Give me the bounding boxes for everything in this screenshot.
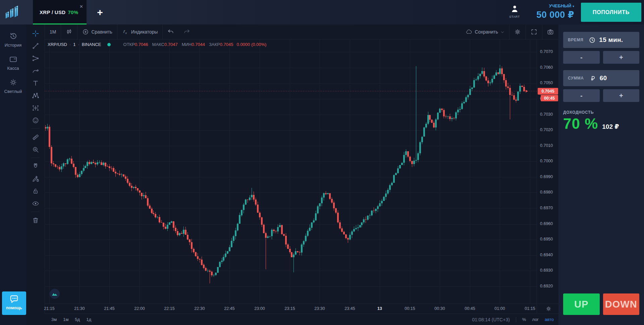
close-value: 0.7045 xyxy=(220,42,233,47)
ruler-icon xyxy=(32,133,39,141)
range-1m-button[interactable]: 1м xyxy=(63,317,68,322)
legend-exchange: BINANCE xyxy=(82,42,101,47)
time-axis[interactable]: 21:1521:3021:4522:0022:1522:3022:4523:00… xyxy=(45,304,558,314)
add-tab-button[interactable]: + xyxy=(93,0,107,24)
range-1d-button[interactable]: 1д xyxy=(86,317,91,322)
user-label: START xyxy=(506,15,523,18)
undo-button[interactable] xyxy=(163,24,179,40)
tool-lock[interactable] xyxy=(26,185,45,197)
watermark-button[interactable] xyxy=(50,289,60,299)
clock-icon xyxy=(589,37,596,44)
app-logo[interactable] xyxy=(4,4,21,20)
tool-trend-line[interactable] xyxy=(26,40,45,52)
tool-forecast[interactable] xyxy=(26,102,45,114)
toolbar-separator xyxy=(31,158,40,158)
crosshair-icon xyxy=(32,30,39,37)
tool-pitchfork[interactable] xyxy=(26,52,45,64)
payout-profit: 102 ₽ xyxy=(602,123,619,130)
tool-emoji[interactable] xyxy=(26,114,45,126)
auto-scale-button[interactable]: авто xyxy=(545,317,554,322)
amount-plus-button[interactable]: + xyxy=(603,89,640,102)
interval-button[interactable]: 1М xyxy=(45,24,61,40)
tool-magnet[interactable] xyxy=(26,160,45,172)
magnet-icon xyxy=(32,163,39,170)
price-tick-label: 0.7000 xyxy=(540,159,553,163)
tool-text[interactable] xyxy=(26,77,45,89)
tool-zoom-in[interactable] xyxy=(26,143,45,156)
snapshot-button[interactable] xyxy=(542,24,558,40)
cloud-icon xyxy=(466,29,472,35)
range-5d-button[interactable]: 5д xyxy=(75,317,80,322)
time-stepper: - + xyxy=(563,51,639,64)
emoji-icon xyxy=(32,117,39,124)
zoom-in-icon xyxy=(32,146,39,153)
time-tick-label: 00:30 xyxy=(434,306,445,311)
amount-field[interactable]: СУММА 60 xyxy=(563,70,639,86)
time-field-value: 15 мин. xyxy=(599,36,623,44)
lock-icon xyxy=(32,187,39,195)
sidebar-item-theme[interactable]: Светлый xyxy=(0,78,26,94)
high-label: МАКС xyxy=(152,42,164,47)
indicators-button[interactable]: fx Индикаторы xyxy=(117,24,163,40)
time-plus-button[interactable]: + xyxy=(603,51,640,64)
time-tick-label: 22:00 xyxy=(134,306,145,311)
price-tick-label: 0.6970 xyxy=(540,206,553,210)
axis-settings-button[interactable] xyxy=(545,306,552,312)
range-3m-button[interactable]: 3м xyxy=(51,317,57,322)
tool-brush[interactable] xyxy=(26,64,45,77)
tool-ruler[interactable] xyxy=(26,131,45,143)
price-tick-label: 0.7010 xyxy=(540,143,553,148)
tool-crosshair[interactable] xyxy=(26,27,45,40)
trash-icon xyxy=(32,217,39,224)
time-field[interactable]: ВРЕМЯ 15 мин. xyxy=(563,32,639,48)
price-tick-label: 0.6930 xyxy=(540,268,553,273)
time-tick-label: 01:15 xyxy=(525,306,535,311)
axis-divider xyxy=(537,304,537,314)
mountain-icon xyxy=(51,290,58,297)
redo-icon xyxy=(183,29,190,35)
time-tick-label: 21:30 xyxy=(74,306,85,311)
save-layout-button[interactable]: Сохранить xyxy=(461,24,509,40)
drawing-toolbar xyxy=(26,24,45,314)
price-axis[interactable]: 0.7045 00:45 0.70700.70600.70500.70400.7… xyxy=(537,40,558,304)
tool-eye[interactable] xyxy=(26,197,45,210)
fullscreen-button[interactable] xyxy=(526,24,542,40)
tool-draw-mode[interactable] xyxy=(26,172,45,185)
balance-amount: 50 000 ₽ xyxy=(524,9,574,20)
amount-minus-button[interactable]: - xyxy=(563,89,600,102)
candles-icon xyxy=(66,29,72,35)
chart-type-button[interactable] xyxy=(61,24,77,40)
fx-icon: fx xyxy=(122,29,129,35)
log-scale-button[interactable]: лог xyxy=(532,317,539,322)
sun-icon xyxy=(9,78,17,87)
percent-scale-button[interactable]: % xyxy=(522,317,526,322)
current-price-label: 0.7045 xyxy=(538,88,558,95)
gear-icon xyxy=(514,29,521,35)
user-menu-button[interactable]: START xyxy=(506,4,523,18)
price-tick-label: 0.6950 xyxy=(540,237,553,241)
countdown-label: 00:45 xyxy=(541,95,558,101)
time-tick-label: 22:30 xyxy=(194,306,205,311)
sidebar-item-cashier[interactable]: Касса xyxy=(0,55,26,71)
amount-stepper: - + xyxy=(563,89,639,102)
close-icon[interactable]: ✕ xyxy=(79,4,83,9)
sidebar-item-history[interactable]: История xyxy=(0,32,26,48)
compare-button[interactable]: Сравнить xyxy=(77,24,117,40)
tool-trash[interactable] xyxy=(26,214,45,226)
save-label: Сохранить xyxy=(475,29,498,35)
candlestick-plot[interactable] xyxy=(45,40,537,304)
toolbar-separator xyxy=(31,212,40,212)
sun-icon xyxy=(545,306,552,312)
tool-xabcd-pattern[interactable] xyxy=(26,89,45,102)
chart-settings-button[interactable] xyxy=(509,24,526,40)
deposit-button[interactable]: ПОПОЛНИТЬ xyxy=(581,3,641,22)
time-minus-button[interactable]: - xyxy=(563,51,600,64)
clock-utc[interactable]: 01:08:14 (UTC+3) xyxy=(472,317,509,322)
down-button[interactable]: DOWN xyxy=(603,293,640,315)
up-button[interactable]: UP xyxy=(563,293,600,315)
account-switcher[interactable]: УЧЕБНЫЙ ▾ 50 000 ₽ xyxy=(524,3,574,20)
redo-button[interactable] xyxy=(179,24,195,40)
help-button[interactable]: помощь xyxy=(2,291,26,315)
tab-xrp-usd[interactable]: XRP / USD 70% ✕ xyxy=(33,0,87,24)
legend-ohlc: ОТКР 0.7046 МАКС 0.7047 МИН 0.7044 ЗАКР … xyxy=(119,42,267,47)
